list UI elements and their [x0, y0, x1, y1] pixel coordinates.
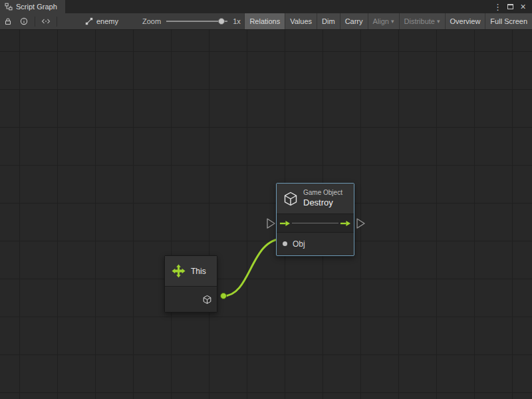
dropdown-caret-icon: ▾: [437, 19, 440, 25]
overview-button[interactable]: Overview: [445, 13, 485, 29]
move-icon: [171, 263, 186, 279]
this-output-port-dot[interactable]: [221, 293, 227, 299]
node-this[interactable]: This: [164, 255, 217, 313]
node-this-output-row[interactable]: [165, 287, 217, 312]
flow-in-arrow-icon[interactable]: [279, 219, 291, 227]
code-ports-icon[interactable]: [38, 13, 54, 29]
flow-output-triangle-icon[interactable]: [357, 219, 364, 228]
node-destroy-header[interactable]: Game Object Destroy: [277, 184, 354, 214]
script-graph-icon: [5, 3, 13, 11]
zoom-value: 1x: [233, 17, 241, 25]
toolbar-buttons: Relations Values Dim Carry Align ▾ Distr…: [244, 13, 532, 29]
flow-out-arrow-icon[interactable]: [340, 219, 351, 227]
game-object-cube-icon: [283, 191, 299, 207]
maximize-icon[interactable]: [505, 1, 515, 13]
obj-input-label: Obj: [293, 239, 305, 249]
node-destroy[interactable]: Game Object Destroy: [276, 183, 354, 256]
zoom-slider[interactable]: [166, 17, 227, 25]
graph-canvas[interactable]: This: [0, 30, 532, 399]
dropdown-caret-icon: ▾: [391, 19, 394, 25]
toolbar-separator: [57, 17, 57, 27]
graph-asset-icon: [85, 17, 93, 25]
connection-layer: [0, 30, 532, 399]
relations-button[interactable]: Relations: [244, 13, 285, 29]
node-destroy-input-row[interactable]: Obj: [277, 233, 354, 255]
toolbar-separator: [35, 17, 35, 27]
lock-icon[interactable]: [0, 13, 16, 29]
tab-script-graph[interactable]: Script Graph: [0, 0, 65, 13]
node-destroy-flow-row[interactable]: [277, 214, 354, 233]
connection-wire[interactable]: [223, 239, 283, 296]
flow-input-triangle-icon[interactable]: [267, 219, 275, 228]
distribute-dropdown[interactable]: Distribute ▾: [399, 13, 445, 29]
graph-name-label: enemy: [96, 17, 118, 25]
node-destroy-title: Destroy: [303, 198, 342, 208]
dim-button[interactable]: Dim: [317, 13, 340, 29]
window-titlebar: Script Graph ⋮ ×: [0, 0, 532, 13]
info-icon[interactable]: [16, 13, 32, 29]
node-destroy-category: Game Object: [303, 189, 342, 198]
script-graph-window: Script Graph ⋮ ×: [0, 0, 532, 399]
node-this-title: This: [191, 267, 206, 276]
carry-button[interactable]: Carry: [340, 13, 368, 29]
game-object-port-cube-icon[interactable]: [202, 295, 212, 305]
graph-breadcrumb[interactable]: enemy: [85, 17, 118, 25]
tab-title: Script Graph: [16, 3, 57, 11]
align-dropdown[interactable]: Align ▾: [368, 13, 399, 29]
obj-input-port-dot[interactable]: [283, 241, 287, 246]
flow-divider-line: [292, 223, 338, 223]
node-this-header[interactable]: This: [165, 256, 217, 287]
values-button[interactable]: Values: [285, 13, 317, 29]
window-controls: ⋮ ×: [493, 0, 532, 13]
zoom-label: Zoom: [142, 17, 161, 25]
graph-toolbar: enemy Zoom 1x Relations Values Dim Carry…: [0, 13, 532, 30]
full-screen-button[interactable]: Full Screen: [485, 13, 532, 29]
menu-icon[interactable]: ⋮: [493, 1, 503, 13]
zoom-control: Zoom 1x: [142, 17, 241, 25]
zoom-slider-knob[interactable]: [218, 18, 225, 25]
close-icon[interactable]: ×: [518, 1, 528, 13]
